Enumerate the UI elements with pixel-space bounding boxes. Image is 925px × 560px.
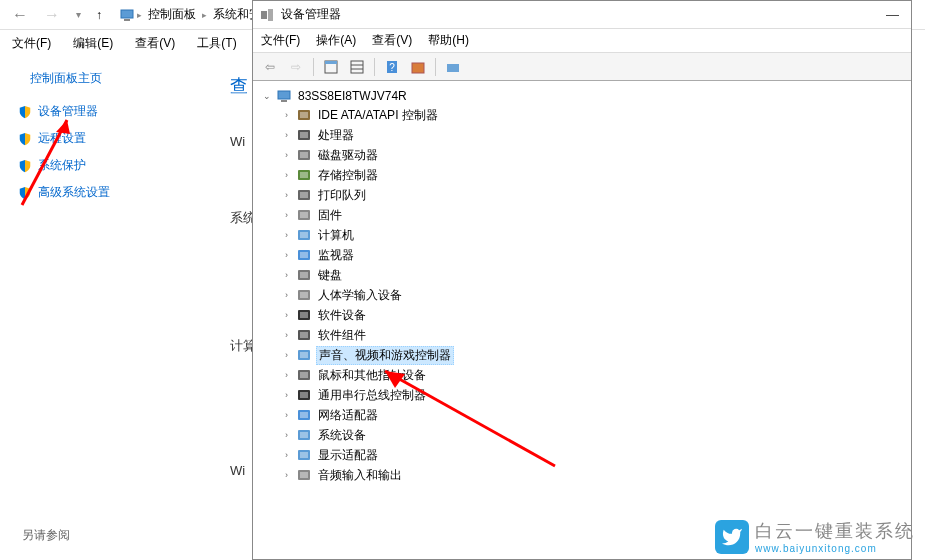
tree-item-label: 处理器 bbox=[316, 127, 356, 144]
tree-item[interactable]: ›打印队列 bbox=[261, 185, 911, 205]
tree-item-label: 声音、视频和游戏控制器 bbox=[316, 346, 454, 365]
collapse-icon[interactable]: ⌄ bbox=[261, 91, 272, 102]
tree-item[interactable]: ›计算机 bbox=[261, 225, 911, 245]
svg-rect-48 bbox=[300, 432, 308, 438]
tree-item[interactable]: ›键盘 bbox=[261, 265, 911, 285]
advanced-settings-link[interactable]: 高级系统设置 bbox=[18, 184, 230, 201]
menu-edit[interactable]: 编辑(E) bbox=[69, 33, 117, 54]
expand-icon[interactable]: › bbox=[281, 390, 292, 401]
monitor-icon bbox=[296, 247, 312, 263]
tree-item-label: 计算机 bbox=[316, 227, 356, 244]
title-bar[interactable]: 设备管理器 — bbox=[253, 1, 911, 29]
tree-item[interactable]: ›通用串行总线控制器 bbox=[261, 385, 911, 405]
device-manager-window: 设备管理器 — 文件(F) 操作(A) 查看(V) 帮助(H) ⇦ ⇨ ? ⌄ … bbox=[252, 0, 912, 560]
tree-item-label: 打印队列 bbox=[316, 187, 368, 204]
svg-rect-26 bbox=[300, 212, 308, 218]
menu-file[interactable]: 文件(F) bbox=[8, 33, 55, 54]
help-button[interactable]: ? bbox=[381, 56, 403, 78]
expand-icon[interactable]: › bbox=[281, 370, 292, 381]
expand-icon[interactable]: › bbox=[281, 230, 292, 241]
expand-icon[interactable]: › bbox=[281, 250, 292, 261]
menu-file[interactable]: 文件(F) bbox=[261, 32, 300, 49]
separator bbox=[435, 58, 436, 76]
tree-item[interactable]: ›声音、视频和游戏控制器 bbox=[261, 345, 911, 365]
svg-rect-14 bbox=[447, 64, 459, 72]
mouse-icon bbox=[296, 367, 312, 383]
system-protection-link[interactable]: 系统保护 bbox=[18, 157, 230, 174]
view-button[interactable] bbox=[346, 56, 368, 78]
tree-item-label: 人体学输入设备 bbox=[316, 287, 404, 304]
menu-help[interactable]: 帮助(H) bbox=[428, 32, 469, 49]
menu-view[interactable]: 查看(V) bbox=[131, 33, 179, 54]
component-icon bbox=[296, 327, 312, 343]
tree-item[interactable]: ›系统设备 bbox=[261, 425, 911, 445]
tree-item[interactable]: ›鼠标和其他指针设备 bbox=[261, 365, 911, 385]
expand-icon[interactable]: › bbox=[281, 410, 292, 421]
expand-icon[interactable]: › bbox=[281, 350, 292, 361]
menu-view[interactable]: 查看(V) bbox=[372, 32, 412, 49]
expand-icon[interactable]: › bbox=[281, 310, 292, 321]
disk-icon bbox=[296, 147, 312, 163]
tree-item[interactable]: ›显示适配器 bbox=[261, 445, 911, 465]
expand-icon[interactable]: › bbox=[281, 450, 292, 461]
properties-button[interactable] bbox=[320, 56, 342, 78]
tree-item[interactable]: ›固件 bbox=[261, 205, 911, 225]
tree-item[interactable]: ›IDE ATA/ATAPI 控制器 bbox=[261, 105, 911, 125]
tree-item-label: 网络适配器 bbox=[316, 407, 380, 424]
minimize-button[interactable]: — bbox=[886, 7, 899, 22]
watermark: 白云一键重装系统 www.baiyunxitong.com bbox=[715, 519, 915, 554]
svg-rect-28 bbox=[300, 232, 308, 238]
tree-item[interactable]: ›监视器 bbox=[261, 245, 911, 265]
svg-rect-50 bbox=[300, 452, 308, 458]
expand-icon[interactable]: › bbox=[281, 190, 292, 201]
expand-icon[interactable]: › bbox=[281, 330, 292, 341]
forward-button[interactable]: ⇨ bbox=[285, 56, 307, 78]
tree-item-label: 通用串行总线控制器 bbox=[316, 387, 428, 404]
breadcrumb-seg[interactable]: 控制面板 bbox=[144, 4, 200, 25]
tree-item[interactable]: ›磁盘驱动器 bbox=[261, 145, 911, 165]
expand-icon[interactable]: › bbox=[281, 130, 292, 141]
control-panel-home-link[interactable]: 控制面板主页 bbox=[30, 70, 230, 87]
scan-button[interactable] bbox=[407, 56, 429, 78]
shield-icon bbox=[18, 132, 32, 146]
tree-item[interactable]: ›音频输入和输出 bbox=[261, 465, 911, 485]
expand-icon[interactable]: › bbox=[281, 470, 292, 481]
tree-item[interactable]: ›人体学输入设备 bbox=[261, 285, 911, 305]
svg-rect-30 bbox=[300, 252, 308, 258]
menu-tools[interactable]: 工具(T) bbox=[193, 33, 240, 54]
expand-icon[interactable]: › bbox=[281, 290, 292, 301]
remote-settings-link[interactable]: 远程设置 bbox=[18, 130, 230, 147]
tree-item-label: 音频输入和输出 bbox=[316, 467, 404, 484]
tree-item[interactable]: ›软件设备 bbox=[261, 305, 911, 325]
tree-item-label: 键盘 bbox=[316, 267, 344, 284]
recent-dropdown[interactable]: ▾ bbox=[70, 7, 87, 22]
forward-button[interactable]: → bbox=[38, 4, 66, 26]
tree-root[interactable]: ⌄ 83SS8EI8TWJV74R bbox=[261, 87, 911, 105]
tree-item-label: 磁盘驱动器 bbox=[316, 147, 380, 164]
expand-icon[interactable]: › bbox=[281, 170, 292, 181]
tree-item[interactable]: ›存储控制器 bbox=[261, 165, 911, 185]
link-label: 系统保护 bbox=[38, 157, 86, 174]
device-manager-link[interactable]: 设备管理器 bbox=[18, 103, 230, 120]
tree-item[interactable]: ›网络适配器 bbox=[261, 405, 911, 425]
back-button[interactable]: ← bbox=[6, 4, 34, 26]
chevron-right-icon: ▸ bbox=[137, 10, 142, 20]
link-label: 设备管理器 bbox=[38, 103, 98, 120]
show-hidden-button[interactable] bbox=[442, 56, 464, 78]
separator bbox=[374, 58, 375, 76]
svg-rect-44 bbox=[300, 392, 308, 398]
expand-icon[interactable]: › bbox=[281, 270, 292, 281]
expand-icon[interactable]: › bbox=[281, 210, 292, 221]
back-button[interactable]: ⇦ bbox=[259, 56, 281, 78]
expand-icon[interactable]: › bbox=[281, 150, 292, 161]
tree-item[interactable]: ›软件组件 bbox=[261, 325, 911, 345]
svg-rect-22 bbox=[300, 172, 308, 178]
display-icon bbox=[296, 447, 312, 463]
expand-icon[interactable]: › bbox=[281, 430, 292, 441]
tree-item[interactable]: ›处理器 bbox=[261, 125, 911, 145]
shield-icon bbox=[18, 186, 32, 200]
menu-action[interactable]: 操作(A) bbox=[316, 32, 356, 49]
up-button[interactable]: ↑ bbox=[91, 5, 107, 25]
svg-text:?: ? bbox=[389, 62, 395, 73]
expand-icon[interactable]: › bbox=[281, 110, 292, 121]
